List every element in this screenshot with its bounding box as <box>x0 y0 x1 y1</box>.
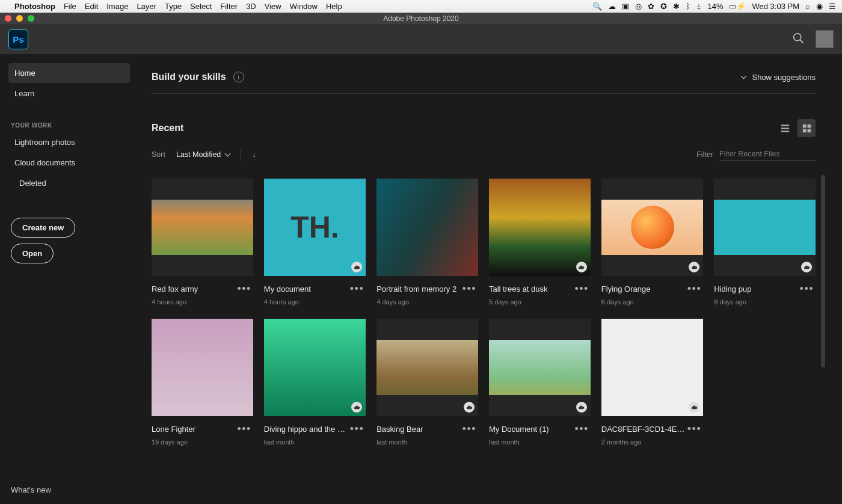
search-icon[interactable] <box>792 32 805 46</box>
file-thumbnail[interactable] <box>714 179 816 276</box>
file-time: 4 hours ago <box>264 298 366 306</box>
file-thumbnail[interactable] <box>264 319 366 416</box>
control-center-icon[interactable]: ☰ <box>829 2 836 11</box>
menu-item[interactable]: Layer <box>137 2 156 11</box>
file-thumbnail[interactable] <box>601 319 703 416</box>
menu-item[interactable]: Help <box>326 2 342 11</box>
file-thumbnail[interactable] <box>376 179 478 276</box>
more-options-button[interactable]: ••• <box>235 287 253 291</box>
file-time: last month <box>376 438 478 446</box>
more-options-button[interactable]: ••• <box>348 427 366 431</box>
create-new-button[interactable]: Create new <box>11 218 75 238</box>
file-name: Red fox army <box>152 284 198 293</box>
file-card[interactable]: Basking Bear•••last month <box>376 319 478 446</box>
file-time: last month <box>489 438 591 446</box>
menu-item[interactable]: View <box>265 2 281 11</box>
chevron-down-icon <box>225 150 231 156</box>
user-avatar[interactable] <box>816 30 834 48</box>
more-options-button[interactable]: ••• <box>686 287 703 291</box>
whats-new-link[interactable]: What's new <box>11 485 128 494</box>
list-view-button[interactable] <box>776 119 794 137</box>
ps-logo[interactable]: Ps <box>8 29 28 49</box>
divider <box>241 149 241 161</box>
file-thumbnail[interactable] <box>152 179 253 276</box>
file-card[interactable]: Lone Fighter•••19 days ago <box>152 319 253 446</box>
file-thumbnail[interactable] <box>489 179 591 276</box>
more-options-button[interactable]: ••• <box>573 427 590 431</box>
window-title: Adobe Photoshop 2020 <box>383 14 458 23</box>
file-thumbnail[interactable] <box>152 319 253 416</box>
sort-value-dropdown[interactable]: Last Modified <box>176 150 230 159</box>
info-icon[interactable]: i <box>233 72 244 82</box>
cloud-icon <box>576 402 587 413</box>
sidebar-item-lightroom[interactable]: Lightroom photos <box>8 132 130 152</box>
file-card[interactable]: TH.My document•••4 hours ago <box>264 179 366 306</box>
menu-item[interactable]: Image <box>106 2 128 11</box>
svg-line-1 <box>800 40 803 43</box>
file-card[interactable]: My Document (1)•••last month <box>489 319 591 446</box>
window-titlebar: Adobe Photoshop 2020 <box>0 13 842 24</box>
status-icon[interactable]: 🔍 <box>592 2 602 11</box>
more-options-button[interactable]: ••• <box>461 427 478 431</box>
siri-icon[interactable]: ◉ <box>816 2 823 11</box>
file-card[interactable]: Flying Orange•••6 days ago <box>601 179 703 306</box>
grid-view-button[interactable] <box>797 119 816 137</box>
menu-item[interactable]: File <box>64 2 76 11</box>
open-button[interactable]: Open <box>11 244 54 263</box>
clock[interactable]: Wed 3:03 PM <box>752 2 799 11</box>
file-name: Portrait from memory 2 <box>376 284 456 293</box>
svg-rect-4 <box>781 131 789 131</box>
menu-item[interactable]: 3D <box>246 2 256 11</box>
spotlight-icon[interactable]: ⌕ <box>805 2 810 11</box>
more-options-button[interactable]: ••• <box>686 427 703 431</box>
sidebar-item-home[interactable]: Home <box>8 63 130 83</box>
sidebar-item-learn[interactable]: Learn <box>8 84 130 103</box>
minimize-window-button[interactable] <box>16 15 23 22</box>
menu-app[interactable]: Photoshop <box>14 2 55 11</box>
show-suggestions-label: Show suggestions <box>752 73 816 82</box>
file-card[interactable]: DAC8FEBF-3CD1-4E07-A4...•••2 months ago <box>601 319 703 446</box>
status-icon[interactable]: ✪ <box>660 2 667 11</box>
more-options-button[interactable]: ••• <box>573 287 590 291</box>
file-card[interactable]: Diving hippo and the sea...•••last month <box>264 319 366 446</box>
menu-item[interactable]: Window <box>290 2 318 11</box>
menu-item[interactable]: Select <box>190 2 212 11</box>
maximize-window-button[interactable] <box>28 15 34 22</box>
more-options-button[interactable]: ••• <box>348 287 366 291</box>
show-suggestions-toggle[interactable]: Show suggestions <box>742 73 816 82</box>
sort-direction-button[interactable]: ↓ <box>252 150 256 159</box>
file-card[interactable]: Red fox army•••4 hours ago <box>152 179 253 306</box>
file-thumbnail[interactable] <box>489 319 591 416</box>
file-card[interactable]: Tall trees at dusk•••5 days ago <box>489 179 591 306</box>
sort-label: Sort <box>152 150 165 159</box>
status-icon[interactable]: ☁︎ <box>608 2 616 11</box>
file-time: 4 hours ago <box>152 298 253 306</box>
close-window-button[interactable] <box>5 15 11 22</box>
status-icon[interactable]: ✱ <box>673 2 680 11</box>
more-options-button[interactable]: ••• <box>798 287 816 291</box>
battery-icon[interactable]: ▭⚡ <box>729 2 746 11</box>
sidebar-item-cloud[interactable]: Cloud documents <box>8 153 130 173</box>
more-options-button[interactable]: ••• <box>461 287 478 291</box>
wifi-icon[interactable]: ⏚ <box>696 2 701 11</box>
file-thumbnail[interactable] <box>376 319 478 416</box>
bluetooth-icon[interactable]: ᛒ <box>686 2 690 11</box>
menu-item[interactable]: Type <box>165 2 182 11</box>
build-skills-title: Build your skills <box>152 72 226 82</box>
status-icon[interactable]: ✿ <box>648 2 654 11</box>
filter-input[interactable] <box>719 148 816 161</box>
sidebar-item-deleted[interactable]: Deleted <box>8 173 130 193</box>
file-card[interactable]: Hiding pup•••8 days ago <box>714 179 816 306</box>
scrollbar-thumb[interactable] <box>821 175 825 367</box>
file-time: 19 days ago <box>152 438 253 446</box>
status-icon[interactable]: ▣ <box>622 2 629 11</box>
more-options-button[interactable]: ••• <box>235 427 253 431</box>
file-thumbnail[interactable]: TH. <box>264 179 366 276</box>
menu-item[interactable]: Edit <box>85 2 98 11</box>
file-card[interactable]: Portrait from memory 2•••4 days ago <box>376 179 478 306</box>
menu-item[interactable]: Filter <box>220 2 238 11</box>
file-thumbnail[interactable] <box>601 179 703 276</box>
file-time: 4 days ago <box>376 298 478 306</box>
file-time: last month <box>264 438 366 446</box>
status-icon[interactable]: ◎ <box>635 2 642 11</box>
